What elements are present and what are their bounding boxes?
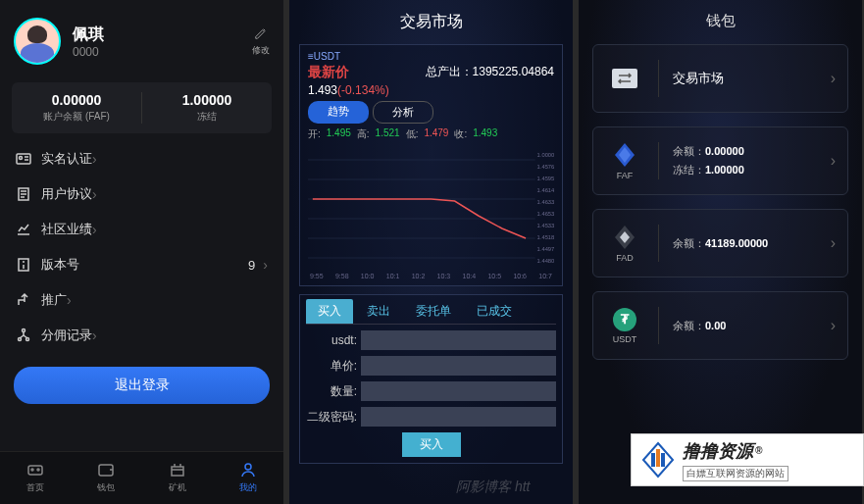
pwd-label: 二级密码: <box>306 409 361 426</box>
svg-text:1.0000: 1.0000 <box>537 152 554 158</box>
exchange-icon <box>605 59 644 98</box>
latest-price-label: 最新价 <box>308 64 349 81</box>
badge-reg: ® <box>755 445 762 456</box>
market-panel: 交易市场 ≡USDT 最新价 总产出：1395225.04864 1.493(-… <box>289 0 573 504</box>
frozen-label: 冻结 <box>142 110 272 124</box>
total-output: 总产出：1395225.04864 <box>426 64 554 81</box>
svg-text:1.4576: 1.4576 <box>537 164 554 170</box>
chevron-right-icon: › <box>92 222 97 237</box>
chevron-right-icon: › <box>831 234 836 252</box>
tab-sell[interactable]: 卖出 <box>355 299 402 324</box>
wallet-faf[interactable]: FAF 余额：0.00000 冻结：1.00000 › <box>592 126 848 195</box>
price-chart[interactable]: 1.0000 1.4576 1.4595 1.4614 1.4633 1.465… <box>308 145 554 273</box>
trading-pair[interactable]: ≡USDT <box>308 51 554 62</box>
qty-input[interactable] <box>361 381 556 401</box>
tree-icon <box>16 328 31 343</box>
badge-logo-icon <box>637 439 679 480</box>
chevron-right-icon: › <box>831 152 836 170</box>
doc-icon <box>16 186 31 202</box>
buy-button[interactable]: 买入 <box>402 432 461 457</box>
trade-tabs: 买入 卖出 委托单 已成交 <box>306 299 556 325</box>
wallet-usdt[interactable]: ₮USDT 余额：0.00 › <box>592 291 848 360</box>
nav-wallet[interactable]: 钱包 <box>71 452 141 504</box>
analysis-button[interactable]: 分析 <box>373 101 433 124</box>
svg-text:1.4497: 1.4497 <box>537 246 554 252</box>
version-value: 9 <box>248 258 255 273</box>
chart-container: ≡USDT 最新价 总产出：1395225.04864 1.493(-0.134… <box>299 44 563 286</box>
home-icon <box>25 460 45 479</box>
svg-text:1.4533: 1.4533 <box>537 223 554 228</box>
user-id: 0000 <box>73 45 104 59</box>
market-label: 交易市场 <box>673 70 831 87</box>
svg-rect-29 <box>612 69 637 88</box>
svg-rect-7 <box>28 466 42 475</box>
faf-icon: FAF <box>605 141 644 180</box>
badge-subtitle: 白嫖互联网资源的网站 <box>683 466 788 481</box>
edit-button[interactable]: 修改 <box>252 26 270 57</box>
balance-label: 账户余额 (FAF) <box>12 110 141 124</box>
info-icon <box>16 257 31 273</box>
wallet-icon <box>96 460 116 479</box>
svg-text:₮: ₮ <box>620 312 630 327</box>
menu-item-realname[interactable]: 实名认证› <box>0 141 283 176</box>
pwd-input[interactable] <box>361 407 556 427</box>
balance-value: 0.00000 <box>12 92 141 108</box>
chevron-right-icon: › <box>831 317 836 334</box>
chevron-right-icon: › <box>92 186 97 202</box>
bottom-nav: 首页 钱包 矿机 我的 <box>0 451 283 504</box>
wallet-title: 钱包 <box>579 0 862 44</box>
wallet-fad[interactable]: FAD 余额：41189.00000 › <box>592 209 848 277</box>
svg-point-1 <box>20 157 23 160</box>
market-title: 交易市场 <box>289 0 573 40</box>
usdt-label: usdt: <box>306 333 361 347</box>
profile-panel: 佩琪 0000 修改 0.00000 账户余额 (FAF) 1.00000 冻结… <box>0 0 283 504</box>
nav-miner[interactable]: 矿机 <box>142 452 213 504</box>
tab-orders[interactable]: 委托单 <box>404 299 463 324</box>
svg-text:1.4633: 1.4633 <box>537 199 554 205</box>
miner-icon <box>168 460 187 479</box>
menu-item-community[interactable]: 社区业绩› <box>0 212 283 247</box>
balance-card: 0.00000 账户余额 (FAF) 1.00000 冻结 <box>12 82 272 133</box>
share-icon <box>16 292 31 308</box>
user-name: 佩琪 <box>73 25 104 45</box>
svg-text:1.4614: 1.4614 <box>537 187 554 193</box>
trade-form: 买入 卖出 委托单 已成交 usdt: 单价: 数量: 二级密码: 买入 <box>299 294 563 464</box>
chevron-right-icon: › <box>92 151 97 167</box>
menu-item-agreement[interactable]: 用户协议› <box>0 176 283 212</box>
chart-xaxis: 9:559:5810:010:110:210:310:410:510:610:7 <box>308 273 554 279</box>
tab-buy[interactable]: 买入 <box>306 299 353 324</box>
nav-mine[interactable]: 我的 <box>213 452 283 504</box>
tab-filled[interactable]: 已成交 <box>465 299 524 324</box>
site-badge[interactable]: 撸撸资源® 白嫖互联网资源的网站 <box>631 433 864 486</box>
svg-rect-37 <box>651 453 655 467</box>
svg-point-9 <box>37 469 39 471</box>
usdt-icon: ₮USDT <box>605 306 644 345</box>
svg-text:1.4653: 1.4653 <box>537 211 554 217</box>
price-input[interactable] <box>361 356 556 376</box>
edit-icon <box>254 26 268 40</box>
menu-item-promote[interactable]: 推广› <box>0 282 283 318</box>
menu-item-version[interactable]: 版本号9› <box>0 247 283 282</box>
svg-text:1.4518: 1.4518 <box>537 234 554 240</box>
svg-point-12 <box>245 464 251 470</box>
svg-text:1.4480: 1.4480 <box>537 258 554 264</box>
qty-label: 数量: <box>306 383 361 400</box>
menu-list: 实名认证› 用户协议› 社区业绩› 版本号9› 推广› 分佣记录› <box>0 141 283 353</box>
usdt-input[interactable] <box>361 330 556 350</box>
svg-rect-11 <box>172 467 183 476</box>
profile-header: 佩琪 0000 修改 <box>0 0 283 75</box>
ohlc-row: 开:1.495 高:1.521 低:1.479 收:1.493 <box>308 127 554 141</box>
chevron-right-icon: › <box>831 70 836 87</box>
trend-button[interactable]: 趋势 <box>308 101 369 124</box>
price-label: 单价: <box>306 358 361 375</box>
menu-item-commission[interactable]: 分佣记录› <box>0 318 283 353</box>
frozen-value: 1.00000 <box>142 92 272 108</box>
fad-icon: FAD <box>605 224 644 263</box>
avatar[interactable] <box>14 18 61 65</box>
logout-button[interactable]: 退出登录 <box>14 367 270 404</box>
svg-rect-39 <box>661 453 665 467</box>
wallet-market-link[interactable]: 交易市场 › <box>592 44 848 113</box>
nav-home[interactable]: 首页 <box>0 452 71 504</box>
chevron-right-icon: › <box>67 292 72 308</box>
price-row: 1.493(-0.134%) <box>308 83 554 97</box>
